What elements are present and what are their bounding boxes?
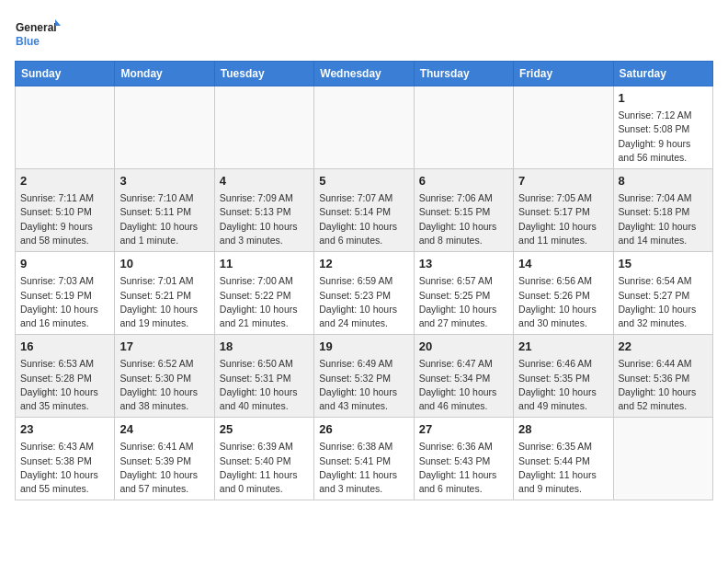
- day-info: Sunrise: 6:54 AM Sunset: 5:27 PM Dayligh…: [619, 274, 708, 330]
- day-number: 14: [518, 256, 608, 272]
- day-header-friday: Friday: [514, 62, 613, 86]
- day-number: 23: [20, 421, 109, 438]
- day-header-monday: Monday: [115, 62, 214, 86]
- page-header: General Blue: [15, 15, 713, 52]
- logo: General Blue: [15, 15, 61, 52]
- day-number: 20: [419, 339, 508, 355]
- calendar-cell: 16Sunrise: 6:53 AM Sunset: 5:28 PM Dayli…: [16, 335, 115, 418]
- day-number: 18: [220, 339, 309, 355]
- day-number: 3: [119, 173, 209, 190]
- calendar-header-row: SundayMondayTuesdayWednesdayThursdayFrid…: [16, 62, 713, 86]
- logo-svg: General Blue: [15, 15, 61, 52]
- calendar-cell: 22Sunrise: 6:44 AM Sunset: 5:36 PM Dayli…: [613, 335, 712, 418]
- day-info: Sunrise: 7:12 AM Sunset: 5:08 PM Dayligh…: [619, 109, 708, 165]
- day-number: 12: [319, 256, 408, 272]
- day-info: Sunrise: 7:06 AM Sunset: 5:15 PM Dayligh…: [419, 191, 508, 247]
- day-info: Sunrise: 7:07 AM Sunset: 5:14 PM Dayligh…: [319, 191, 408, 247]
- day-info: Sunrise: 6:46 AM Sunset: 5:35 PM Dayligh…: [518, 357, 608, 413]
- day-info: Sunrise: 6:49 AM Sunset: 5:32 PM Dayligh…: [319, 357, 408, 413]
- svg-text:Blue: Blue: [16, 35, 40, 48]
- day-info: Sunrise: 7:11 AM Sunset: 5:10 PM Dayligh…: [20, 191, 109, 247]
- day-info: Sunrise: 6:57 AM Sunset: 5:25 PM Dayligh…: [419, 274, 508, 330]
- day-number: 2: [20, 173, 109, 190]
- calendar-cell: 19Sunrise: 6:49 AM Sunset: 5:32 PM Dayli…: [314, 335, 414, 418]
- day-number: 5: [319, 173, 408, 190]
- day-header-wednesday: Wednesday: [314, 62, 414, 86]
- day-header-saturday: Saturday: [613, 62, 712, 86]
- day-info: Sunrise: 7:05 AM Sunset: 5:17 PM Dayligh…: [518, 191, 608, 247]
- calendar-cell: 15Sunrise: 6:54 AM Sunset: 5:27 PM Dayli…: [613, 252, 712, 335]
- day-header-tuesday: Tuesday: [214, 62, 313, 86]
- day-info: Sunrise: 7:00 AM Sunset: 5:22 PM Dayligh…: [220, 274, 309, 330]
- day-info: Sunrise: 6:38 AM Sunset: 5:41 PM Dayligh…: [319, 440, 408, 496]
- day-number: 4: [220, 173, 309, 190]
- day-number: 24: [119, 421, 209, 438]
- calendar-cell: [16, 86, 115, 169]
- calendar-week-row: 2Sunrise: 7:11 AM Sunset: 5:10 PM Daylig…: [16, 169, 713, 252]
- day-info: Sunrise: 6:53 AM Sunset: 5:28 PM Dayligh…: [20, 357, 109, 413]
- day-number: 17: [119, 339, 209, 355]
- calendar-cell: 12Sunrise: 6:59 AM Sunset: 5:23 PM Dayli…: [314, 252, 414, 335]
- day-info: Sunrise: 7:10 AM Sunset: 5:11 PM Dayligh…: [119, 191, 209, 247]
- calendar-cell: 9Sunrise: 7:03 AM Sunset: 5:19 PM Daylig…: [16, 252, 115, 335]
- calendar-cell: 8Sunrise: 7:04 AM Sunset: 5:18 PM Daylig…: [613, 169, 712, 252]
- day-number: 22: [619, 339, 708, 355]
- calendar-cell: 21Sunrise: 6:46 AM Sunset: 5:35 PM Dayli…: [514, 335, 613, 418]
- calendar-cell: 13Sunrise: 6:57 AM Sunset: 5:25 PM Dayli…: [414, 252, 513, 335]
- calendar-week-row: 23Sunrise: 6:43 AM Sunset: 5:38 PM Dayli…: [16, 418, 713, 500]
- calendar-cell: 20Sunrise: 6:47 AM Sunset: 5:34 PM Dayli…: [414, 335, 513, 418]
- calendar-cell: [613, 418, 712, 500]
- day-info: Sunrise: 6:50 AM Sunset: 5:31 PM Dayligh…: [220, 357, 309, 413]
- calendar-cell: [514, 86, 613, 169]
- day-number: 16: [20, 339, 109, 355]
- calendar-cell: 10Sunrise: 7:01 AM Sunset: 5:21 PM Dayli…: [115, 252, 214, 335]
- day-info: Sunrise: 7:04 AM Sunset: 5:18 PM Dayligh…: [619, 191, 708, 247]
- day-number: 9: [20, 256, 109, 272]
- day-info: Sunrise: 6:59 AM Sunset: 5:23 PM Dayligh…: [319, 274, 408, 330]
- calendar-cell: 11Sunrise: 7:00 AM Sunset: 5:22 PM Dayli…: [214, 252, 313, 335]
- calendar-cell: [414, 86, 513, 169]
- day-info: Sunrise: 6:44 AM Sunset: 5:36 PM Dayligh…: [619, 357, 708, 413]
- calendar-cell: 2Sunrise: 7:11 AM Sunset: 5:10 PM Daylig…: [16, 169, 115, 252]
- calendar-cell: 5Sunrise: 7:07 AM Sunset: 5:14 PM Daylig…: [314, 169, 414, 252]
- day-number: 27: [419, 421, 508, 438]
- day-number: 13: [419, 256, 508, 272]
- day-number: 10: [119, 256, 209, 272]
- calendar-week-row: 9Sunrise: 7:03 AM Sunset: 5:19 PM Daylig…: [16, 252, 713, 335]
- day-number: 11: [220, 256, 309, 272]
- day-info: Sunrise: 6:36 AM Sunset: 5:43 PM Dayligh…: [419, 440, 508, 496]
- calendar-cell: 3Sunrise: 7:10 AM Sunset: 5:11 PM Daylig…: [115, 169, 214, 252]
- day-number: 19: [319, 339, 408, 355]
- day-info: Sunrise: 6:52 AM Sunset: 5:30 PM Dayligh…: [119, 357, 209, 413]
- day-header-sunday: Sunday: [16, 62, 115, 86]
- calendar-cell: [115, 86, 214, 169]
- day-number: 15: [619, 256, 708, 272]
- day-info: Sunrise: 6:56 AM Sunset: 5:26 PM Dayligh…: [518, 274, 608, 330]
- day-header-thursday: Thursday: [414, 62, 513, 86]
- day-number: 21: [518, 339, 608, 355]
- calendar-table: SundayMondayTuesdayWednesdayThursdayFrid…: [15, 61, 713, 500]
- calendar-cell: 18Sunrise: 6:50 AM Sunset: 5:31 PM Dayli…: [214, 335, 313, 418]
- day-info: Sunrise: 6:43 AM Sunset: 5:38 PM Dayligh…: [20, 440, 109, 496]
- day-info: Sunrise: 7:01 AM Sunset: 5:21 PM Dayligh…: [119, 274, 209, 330]
- calendar-cell: 28Sunrise: 6:35 AM Sunset: 5:44 PM Dayli…: [514, 418, 613, 500]
- calendar-cell: [214, 86, 313, 169]
- calendar-cell: 24Sunrise: 6:41 AM Sunset: 5:39 PM Dayli…: [115, 418, 214, 500]
- calendar-week-row: 16Sunrise: 6:53 AM Sunset: 5:28 PM Dayli…: [16, 335, 713, 418]
- day-info: Sunrise: 6:41 AM Sunset: 5:39 PM Dayligh…: [119, 440, 209, 496]
- calendar-cell: 14Sunrise: 6:56 AM Sunset: 5:26 PM Dayli…: [514, 252, 613, 335]
- day-info: Sunrise: 7:09 AM Sunset: 5:13 PM Dayligh…: [220, 191, 309, 247]
- svg-text:General: General: [16, 21, 57, 34]
- calendar-cell: 27Sunrise: 6:36 AM Sunset: 5:43 PM Dayli…: [414, 418, 513, 500]
- day-number: 26: [319, 421, 408, 438]
- calendar-cell: 25Sunrise: 6:39 AM Sunset: 5:40 PM Dayli…: [214, 418, 313, 500]
- day-number: 7: [518, 173, 608, 190]
- calendar-cell: 6Sunrise: 7:06 AM Sunset: 5:15 PM Daylig…: [414, 169, 513, 252]
- day-number: 6: [419, 173, 508, 190]
- calendar-cell: 23Sunrise: 6:43 AM Sunset: 5:38 PM Dayli…: [16, 418, 115, 500]
- day-info: Sunrise: 6:47 AM Sunset: 5:34 PM Dayligh…: [419, 357, 508, 413]
- calendar-cell: 17Sunrise: 6:52 AM Sunset: 5:30 PM Dayli…: [115, 335, 214, 418]
- day-info: Sunrise: 7:03 AM Sunset: 5:19 PM Dayligh…: [20, 274, 109, 330]
- day-number: 8: [619, 173, 708, 190]
- calendar-cell: 7Sunrise: 7:05 AM Sunset: 5:17 PM Daylig…: [514, 169, 613, 252]
